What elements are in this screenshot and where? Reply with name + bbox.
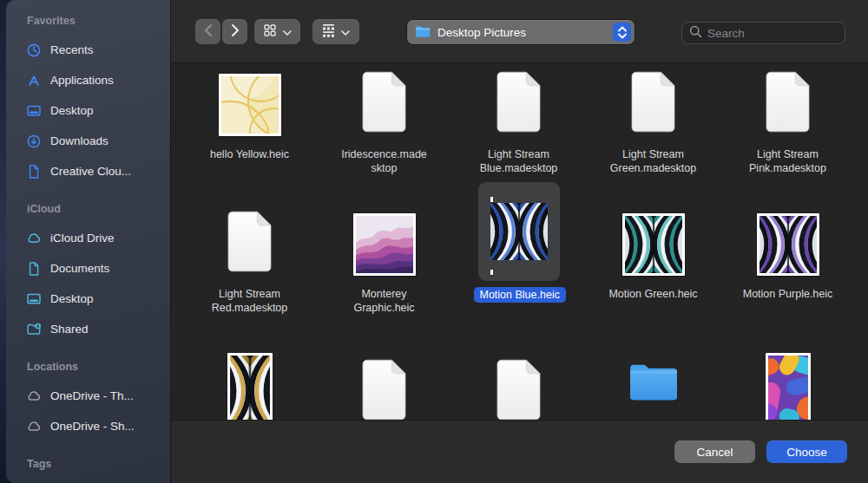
download-icon [26,134,42,149]
file-name-label: Light Stream Pink.madesktop [743,147,833,175]
sidebar-item-label: Desktop [50,104,94,117]
sidebar-item-applications[interactable]: Applications [6,65,170,95]
clock-icon [26,42,42,58]
file-name-label: Light Stream Blue.madesktop [474,147,564,175]
sidebar-item-label: Documents [50,262,109,275]
image-thumbnail [766,353,811,420]
document-icon [496,359,542,420]
toolbar: Desktop Pictures [171,0,868,63]
file-name-label: Iridescence.madesktop [339,147,430,175]
chevron-down-icon [341,25,350,38]
image-thumbnail [622,213,685,276]
file-grid: hello Yellow.heic Iridescence.madesktop … [171,63,868,420]
group-view-icon [323,24,334,40]
file-motion-purple-heic[interactable]: Motion Purple.heic [720,208,855,301]
file-light-stream-pink-madesktop[interactable]: Light Stream Pink.madesktop [720,69,855,175]
desktop-icon [26,103,42,119]
file-monterey-graphic-heic[interactable]: Monterey Graphic.heic [317,208,451,315]
search-icon [689,25,702,42]
document-icon [496,71,542,136]
cancel-button[interactable]: Cancel [674,441,755,463]
chevron-right-icon [231,23,240,40]
icon-view-button[interactable] [254,19,300,44]
sidebar-item-label: Applications [50,74,114,87]
file-light-stream-red-madesktop[interactable]: Light Stream Red.madesktop [182,208,317,315]
file-item-15[interactable] [720,337,855,420]
search-input[interactable] [707,27,838,40]
choose-button[interactable]: Choose [766,441,847,463]
sidebar-item-label: OneDrive - Th... [50,389,134,402]
sidebar-section-icloud: iCloudiCloud DriveDocumentsDesktopShared [6,202,170,344]
sidebar-item-recents[interactable]: Recents [6,35,170,65]
document-icon [630,71,676,136]
file-name-label: Motion Purple.heic [743,287,833,301]
sidebar-item-desktop[interactable]: Desktop [6,95,170,126]
sidebar-item-downloads[interactable]: Downloads [6,126,170,156]
search-field[interactable] [681,22,845,44]
file-picker-dialog: FavoritesRecentsApplicationsDesktopDownl… [6,0,868,483]
sidebar-section-tags: Tags [6,457,170,483]
file-motion-green-heic[interactable]: Motion Green.heic [586,208,720,301]
sidebar: FavoritesRecentsApplicationsDesktopDownl… [6,0,171,483]
group-view-button[interactable] [312,19,359,44]
sidebar-item-label: OneDrive - Sh... [50,420,135,433]
sidebar-section-favorites: FavoritesRecentsApplicationsDesktopDownl… [6,14,170,186]
document-icon [361,359,407,420]
sidebar-item-label: Shared [50,323,89,336]
sidebar-item-desktop[interactable]: Desktop [6,284,170,314]
cloud-icon [26,231,42,246]
sidebar-section-title: Tags [6,457,170,471]
sidebar-item-shared[interactable]: Shared [6,314,170,344]
sidebar-item-documents[interactable]: Documents [6,253,170,284]
sidebar-section-title: iCloud [6,202,170,216]
shared-folder-icon [26,322,42,337]
file-name-label: hello Yellow.heic [210,147,289,161]
file-light-stream-blue-madesktop[interactable]: Light Stream Blue.madesktop [451,69,586,175]
cloud-icon [26,419,42,434]
main-panel: Desktop Pictures hello Yellow.heic [171,0,868,483]
document-icon [765,71,811,136]
file-hello-yellow-heic[interactable]: hello Yellow.heic [182,69,317,161]
dialog-footer: Cancel Choose [171,420,868,483]
image-thumbnail [353,213,416,276]
document-icon [26,164,42,179]
location-dropdown[interactable]: Desktop Pictures [407,20,635,44]
desktop-icon [26,291,42,307]
sidebar-item-label: iCloud Drive [50,232,115,245]
file-item-14[interactable] [586,337,720,418]
sidebar-item-label: Creative Clou... [50,165,131,178]
dropdown-stepper-icon [613,23,631,42]
sidebar-item-label: Recents [50,43,94,56]
file-name-label: Motion Green.heic [608,287,697,301]
sidebar-item-icloud-drive[interactable]: iCloud Drive [6,223,170,253]
forward-button[interactable] [222,19,247,44]
file-name-label: Monterey Graphic.heic [339,287,430,315]
folder-icon [415,25,431,40]
sidebar-item-onedrive-th[interactable]: OneDrive - Th... [6,381,170,411]
file-light-stream-green-madesktop[interactable]: Light Stream Green.madesktop [586,69,720,175]
cloud-icon [26,388,42,404]
chevron-left-icon [204,23,213,40]
sidebar-item-label: Desktop [50,292,94,305]
file-iridescence-madesktop[interactable]: Iridescence.madesktop [317,69,451,175]
selected-file-name-pill: Motion Blue.heic [474,287,566,303]
file-motion-blue-heic[interactable]: Motion Blue.heic [451,208,586,303]
sidebar-section-title: Favorites [6,14,170,28]
appstore-icon [26,73,42,88]
folder-icon [628,362,679,407]
file-name-label: Motion Blue.heic [474,287,564,303]
chevron-down-icon [283,25,292,38]
document-icon [227,211,273,276]
sidebar-item-creative-clou[interactable]: Creative Clou... [6,156,170,186]
image-thumbnail [490,197,548,275]
sidebar-section-locations: LocationsOneDrive - Th...OneDrive - Sh..… [6,360,170,441]
grid-view-icon [264,24,276,39]
file-item-12[interactable] [317,337,451,420]
back-button[interactable] [195,19,220,44]
image-thumbnail [757,213,819,276]
sidebar-item-onedrive-sh[interactable]: OneDrive - Sh... [6,411,170,441]
file-item-13[interactable] [451,337,586,420]
file-item-11[interactable] [182,337,317,420]
sidebar-item-untitled[interactable] [6,478,170,483]
sidebar-section-title: Locations [6,360,170,374]
